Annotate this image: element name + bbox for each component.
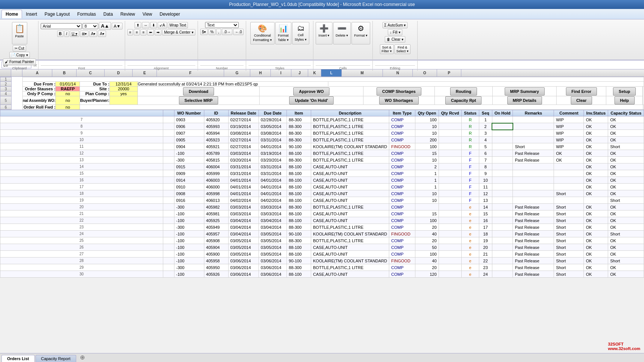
cell-qty-rcvd[interactable]	[439, 237, 461, 244]
add-sheet-button[interactable]: ⊕	[77, 353, 88, 353]
align-top-button[interactable]: ⬆	[134, 22, 141, 28]
cell-qty-rcvd[interactable]	[439, 210, 461, 217]
delete-cells-button[interactable]: ➖ Delete ▾	[333, 22, 351, 44]
cell-capacity-status[interactable]: OK	[608, 177, 644, 184]
cell-item[interactable]: 88-100	[287, 210, 311, 217]
cell-item[interactable]: 88-100	[287, 251, 311, 258]
cell-qty-rcvd[interactable]	[439, 184, 461, 190]
cell-id[interactable]: 406000	[204, 184, 228, 190]
cell-seq[interactable]: 11	[479, 184, 492, 190]
cell-comment[interactable]: Short	[554, 271, 584, 278]
cell-remarks[interactable]	[513, 116, 554, 123]
cell-release-date[interactable]: 02/27/2014	[228, 116, 259, 123]
cell-qty-rcvd[interactable]	[439, 204, 461, 210]
selective-mrp-button[interactable]: Selective MRP	[179, 96, 218, 104]
cell-item[interactable]: 88-300	[287, 123, 311, 130]
cell-inv-status[interactable]: OK	[584, 190, 608, 197]
cell-styles-button[interactable]: 🗂 Cell Styles ▾	[292, 22, 309, 44]
cell-description[interactable]: BOTTLE,PLASTIC,1 LITRE	[311, 116, 389, 123]
autosum-button[interactable]: Σ AutoSum ▾	[383, 22, 408, 28]
cell-comment[interactable]: Short	[554, 231, 584, 237]
cell-release-date[interactable]: 03/03/2014	[228, 210, 259, 217]
cell-inv-status[interactable]: OK	[584, 184, 608, 190]
cell-item-type[interactable]: COMP	[389, 264, 415, 271]
cell-seq[interactable]: 1	[479, 116, 492, 123]
cell-on-hold[interactable]	[492, 137, 513, 143]
increase-indent-button[interactable]: ➡	[155, 29, 161, 35]
cell-qty-open[interactable]: 10	[415, 190, 439, 197]
cell-seq[interactable]: 22	[479, 258, 492, 264]
setup-button[interactable]: Setup	[613, 87, 636, 96]
cell-seq[interactable]: 6	[479, 150, 492, 157]
cell-due-date[interactable]: 04/02/2014	[259, 197, 287, 204]
cell-on-hold[interactable]	[492, 224, 513, 231]
cell-release-date[interactable]: 02/27/2014	[228, 143, 259, 150]
cell-status[interactable]: e	[462, 237, 479, 244]
cell-wo[interactable]: 0903	[174, 116, 204, 123]
cell-inv-status[interactable]: OK	[584, 150, 608, 157]
clear-button[interactable]: 🗑 Clear ▾	[385, 36, 405, 43]
cell-capacity-status[interactable]: OK	[608, 184, 644, 190]
cut-button[interactable]: ✂ Cut	[13, 45, 26, 52]
cell-item-type[interactable]: COMP	[389, 177, 415, 184]
cell-on-hold[interactable]	[492, 271, 513, 278]
cell-description[interactable]: BOTTLE,PLASTIC,1 LITRE	[311, 123, 389, 130]
cell-comment[interactable]: Short	[554, 217, 584, 224]
cell-release-date[interactable]: 04/01/2014	[228, 184, 259, 190]
cell-qty-rcvd[interactable]	[439, 197, 461, 204]
cell-comment[interactable]: OK	[554, 157, 584, 163]
cell-comment[interactable]: Short	[554, 251, 584, 258]
cell-qty-rcvd[interactable]	[439, 116, 461, 123]
cell-due-date[interactable]: 03/06/2014	[259, 271, 287, 278]
cell-qty-open[interactable]: 200	[415, 137, 439, 143]
cell-comment[interactable]: WIP	[554, 116, 584, 123]
bold-button[interactable]: B	[57, 31, 64, 37]
cell-inv-status[interactable]: OK	[584, 177, 608, 184]
cell-status[interactable]: F	[462, 170, 479, 177]
cell-status[interactable]: e	[462, 210, 479, 217]
header-wo-number[interactable]: WO Number	[174, 110, 204, 116]
cell-on-hold[interactable]	[492, 258, 513, 264]
format-table-button[interactable]: 📊 Format Table ▾	[275, 22, 291, 44]
cell-release-date[interactable]: 03/03/2014	[228, 204, 259, 210]
header-item-type[interactable]: Item Type	[389, 110, 415, 116]
cell-remarks[interactable]	[513, 190, 554, 197]
cell-item[interactable]: 90-100	[287, 258, 311, 264]
cell-id[interactable]: 405926	[204, 271, 228, 278]
cell-item[interactable]: 90-100	[287, 231, 311, 237]
cell-release-date[interactable]: 03/31/2014	[228, 170, 259, 177]
cell-qty-rcvd[interactable]	[439, 170, 461, 177]
fill-color-button[interactable]: A▾	[89, 31, 97, 37]
copy-button[interactable]: 📄 Copy ▾	[9, 52, 30, 58]
cell-remarks[interactable]: Past Release	[513, 157, 554, 163]
cell-wo[interactable]: -100	[174, 150, 204, 157]
cell-qty-open[interactable]: 1	[415, 184, 439, 190]
cell-id[interactable]: 405921	[204, 143, 228, 150]
cell-status[interactable]: R	[462, 130, 479, 137]
cell-qty-open[interactable]: 20	[415, 237, 439, 244]
buyer-planner-value[interactable]	[109, 96, 137, 105]
cell-comment[interactable]: WIP	[554, 143, 584, 150]
cell-capacity-status[interactable]: OK	[608, 137, 644, 143]
cell-due-date[interactable]: 03/05/2014	[259, 251, 287, 258]
cell-qty-rcvd[interactable]	[439, 143, 461, 150]
cell-description[interactable]: BOTTLE,PLASTIC,1 LITRE	[311, 264, 389, 271]
cell-on-hold[interactable]	[492, 217, 513, 224]
cell-seq[interactable]: 4	[479, 137, 492, 143]
cell-item[interactable]: 88-100	[287, 150, 311, 157]
cell-description[interactable]: BOTTLE,PLASTIC,1 LITRE	[311, 137, 389, 143]
cell-inv-status[interactable]: OK	[584, 137, 608, 143]
cell-remarks[interactable]	[513, 163, 554, 170]
cell-comment[interactable]: WIP	[554, 130, 584, 137]
cell-inv-status[interactable]: OK	[584, 210, 608, 217]
cell-id[interactable]: 405982	[204, 204, 228, 210]
cell-qty-open[interactable]: 15	[415, 150, 439, 157]
cell-qty-open[interactable]: 10	[415, 197, 439, 204]
cell-on-hold[interactable]	[492, 177, 513, 184]
format-painter-button[interactable]: 🖌 Format Painter	[3, 59, 36, 65]
cell-remarks[interactable]: Past Release	[513, 210, 554, 217]
cell-id[interactable]: 405920	[204, 116, 228, 123]
cell-qty-rcvd[interactable]	[439, 150, 461, 157]
cell-wo[interactable]: 0908	[174, 190, 204, 197]
cell-id[interactable]: 405923	[204, 137, 228, 143]
